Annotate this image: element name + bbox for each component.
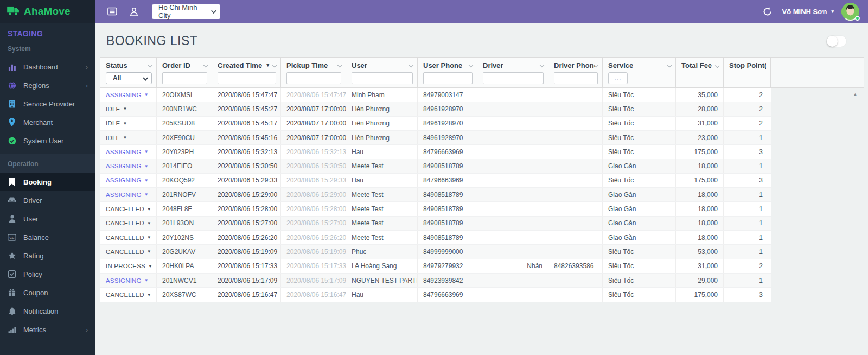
cell-status[interactable]: IDLE▼ xyxy=(100,117,157,130)
avatar[interactable] xyxy=(841,3,859,21)
status-filter-select[interactable]: All xyxy=(106,72,152,84)
column-header-user_phone[interactable]: User Phone xyxy=(418,58,477,87)
cell-status[interactable]: CANCELLED▼ xyxy=(100,245,157,258)
sidebar-item-label: Balance xyxy=(23,233,49,242)
column-menu-chevron-icon[interactable] xyxy=(594,63,598,67)
column-menu-chevron-icon[interactable] xyxy=(469,63,473,67)
sidebar-item-label: Dashboard xyxy=(23,63,58,71)
sidebar-item-dashboard[interactable]: Dashboard› xyxy=(0,58,95,76)
cell-user: Liên Phương xyxy=(346,131,418,144)
status-dropdown-caret-icon: ▼ xyxy=(147,221,151,226)
cell-status[interactable]: ASSIGNING▼ xyxy=(100,188,157,201)
column-header-driver_phone[interactable]: Driver Phone xyxy=(548,58,603,87)
cell-stops: 3 xyxy=(724,288,771,302)
pickup-filter-input[interactable] xyxy=(286,72,341,84)
column-menu-chevron-icon[interactable] xyxy=(337,63,342,67)
sidebar-item-policy[interactable]: Policy xyxy=(0,265,95,283)
cell-driver_phone xyxy=(548,188,603,201)
sidebar-item-balance[interactable]: CCBalance xyxy=(0,228,95,246)
sidebar-item-rating[interactable]: Rating xyxy=(0,246,95,265)
cell-service: Siêu Tốc xyxy=(603,145,676,159)
table-row: IDLE▼205KSUD82020/08/06 15:45:172020/08/… xyxy=(100,117,771,131)
cell-driver xyxy=(477,145,548,159)
cell-status[interactable]: CANCELLED▼ xyxy=(100,202,157,215)
sidebar-item-system-user[interactable]: System User xyxy=(0,131,95,150)
column-header-total_fee[interactable]: Total Fee xyxy=(676,58,724,87)
user-filter-input[interactable] xyxy=(352,72,413,84)
column-menu-chevron-icon[interactable] xyxy=(540,63,544,67)
cell-total_fee: 23,000 xyxy=(676,131,724,144)
cell-status[interactable]: ASSIGNING▼ xyxy=(100,145,157,159)
column-label: Driver Phone xyxy=(554,61,595,69)
sidebar-item-label: Service Provider xyxy=(23,100,75,108)
cell-status[interactable]: IN PROCESS▼ xyxy=(100,259,157,273)
column-menu-chevron-icon[interactable] xyxy=(409,63,413,67)
sidebar-item-service-provider[interactable]: Service Provider xyxy=(0,94,95,113)
service-filter-button[interactable]: ... xyxy=(608,72,628,84)
column-header-status[interactable]: StatusAll xyxy=(100,58,157,87)
sidebar-item-booking[interactable]: Booking xyxy=(0,173,95,191)
column-header-created[interactable]: Created Time▼ xyxy=(212,58,281,87)
person-icon[interactable] xyxy=(128,5,140,17)
column-header-user[interactable]: User xyxy=(346,58,418,87)
cell-driver xyxy=(477,288,548,302)
driver-filter-input[interactable] xyxy=(483,72,544,84)
column-menu-chevron-icon[interactable] xyxy=(715,63,719,67)
sidebar-item-user[interactable]: User xyxy=(0,210,95,228)
collapse-menu-icon[interactable] xyxy=(106,5,118,17)
cell-order_id: 20XE90CU xyxy=(157,131,212,144)
sidebar-item-regions[interactable]: Regions› xyxy=(0,76,95,94)
cell-driver xyxy=(477,217,548,230)
status-label: ASSIGNING xyxy=(106,177,142,183)
cell-status[interactable]: ASSIGNING▼ xyxy=(100,174,157,187)
cell-order_id: 2048FL8F xyxy=(157,202,212,215)
cell-user: Meete Test xyxy=(346,188,418,201)
cell-status[interactable]: ASSIGNING▼ xyxy=(100,274,157,287)
refresh-icon[interactable] xyxy=(762,5,774,17)
cell-user: Hau xyxy=(346,174,418,187)
status-label: ASSIGNING xyxy=(106,163,142,169)
column-header-stops[interactable]: Stop Point(s... xyxy=(724,58,771,87)
sidebar-item-merchant[interactable]: Merchant xyxy=(0,113,95,131)
cell-status[interactable]: ASSIGNING▼ xyxy=(100,159,157,173)
cell-pickup: 2020/08/06 15:17:33 xyxy=(281,259,346,273)
sort-desc-icon[interactable]: ▼ xyxy=(265,62,270,68)
city-select[interactable]: Ho Chi Minh City xyxy=(152,4,220,19)
sidebar-item-driver[interactable]: Driver xyxy=(0,191,95,210)
created-filter-input[interactable] xyxy=(218,72,276,84)
cell-status[interactable]: CANCELLED▼ xyxy=(100,288,157,302)
cell-user: Liên Phương xyxy=(346,102,418,116)
user_phone-filter-input[interactable] xyxy=(423,72,473,84)
cell-status[interactable]: CANCELLED▼ xyxy=(100,231,157,244)
sidebar-item-coupon[interactable]: Coupon xyxy=(0,283,95,302)
user-menu[interactable]: Võ MINH Sơn ▾ xyxy=(782,8,834,16)
sidebar-section-label: System xyxy=(0,39,95,58)
cell-total_fee: 18,000 xyxy=(676,159,724,173)
cell-created: 2020/08/06 15:45:17 xyxy=(212,117,281,130)
column-menu-chevron-icon[interactable] xyxy=(272,63,277,67)
driver_phone-filter-input[interactable] xyxy=(554,72,598,84)
order_id-filter-input[interactable] xyxy=(162,72,207,84)
column-header-service[interactable]: Service... xyxy=(603,58,676,87)
status-label: CANCELLED xyxy=(106,249,144,255)
column-menu-chevron-icon[interactable] xyxy=(667,63,672,67)
cell-status[interactable]: IDLE▼ xyxy=(100,131,157,144)
column-header-pickup[interactable]: Pickup Time xyxy=(281,58,346,87)
column-header-order_id[interactable]: Order ID xyxy=(157,58,212,87)
column-header-driver[interactable]: Driver xyxy=(477,58,548,87)
cell-status[interactable]: CANCELLED▼ xyxy=(100,217,157,230)
cell-driver xyxy=(477,88,548,102)
cell-stops: 1 xyxy=(724,131,771,144)
cell-status[interactable]: IDLE▼ xyxy=(100,102,157,116)
cell-driver_phone xyxy=(548,159,603,173)
brand-logo[interactable]: AhaMove xyxy=(0,0,95,23)
user-icon xyxy=(8,214,16,223)
cell-created: 2020/08/06 15:26:20 xyxy=(212,231,281,244)
column-menu-chevron-icon[interactable] xyxy=(203,63,208,67)
sidebar-item-notification[interactable]: Notification xyxy=(0,302,95,320)
scroll-up-icon[interactable]: ▲ xyxy=(853,92,858,97)
column-menu-chevron-icon[interactable] xyxy=(148,63,152,67)
view-toggle[interactable] xyxy=(827,36,846,47)
sidebar-item-metrics[interactable]: Metrics› xyxy=(0,320,95,339)
cell-status[interactable]: ASSIGNING▼ xyxy=(100,88,157,102)
